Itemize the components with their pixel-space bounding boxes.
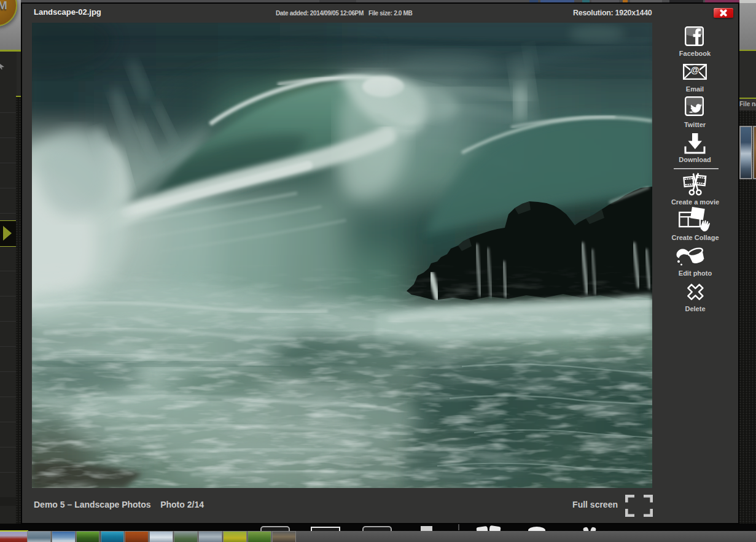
svg-text:Email: Email: [686, 85, 704, 93]
svg-text:Create a movie: Create a movie: [671, 198, 719, 206]
svg-text:@: @: [691, 65, 699, 75]
svg-text:Download: Download: [679, 156, 711, 163]
svg-text:Delete: Delete: [685, 305, 705, 312]
svg-text:Facebook: Facebook: [679, 50, 711, 57]
svg-text:Edit photo: Edit photo: [679, 269, 712, 277]
svg-text:Create Collage: Create Collage: [671, 234, 719, 241]
svg-text:Twitter: Twitter: [684, 121, 706, 128]
